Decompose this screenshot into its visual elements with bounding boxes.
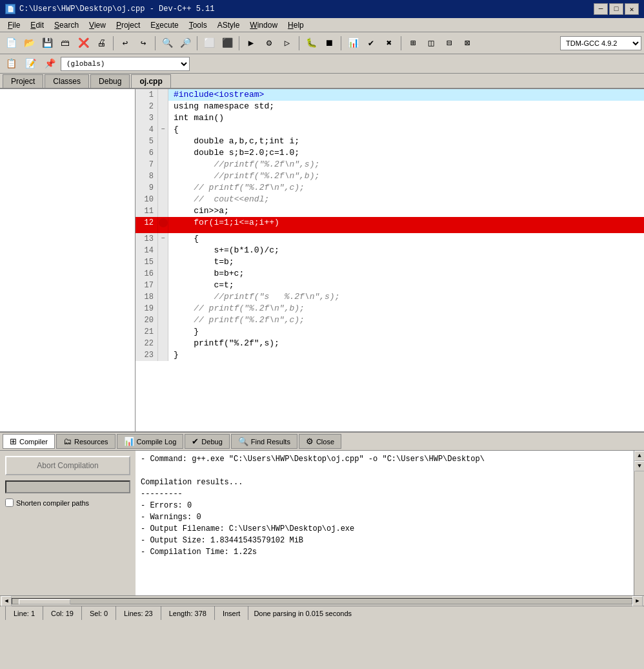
menu-execute[interactable]: Execute <box>145 19 183 31</box>
btab-compiler[interactable]: ⊞ Compiler <box>3 434 55 449</box>
fold-gutter[interactable] <box>158 338 168 349</box>
code-line-16[interactable]: 16 b=b+c; <box>136 268 644 280</box>
globals-selector[interactable]: (globals) <box>61 57 190 71</box>
check-button[interactable]: ✔ <box>363 35 379 52</box>
replace-button[interactable]: 🔎 <box>177 35 194 52</box>
fold-gutter[interactable] <box>158 159 168 170</box>
close-file-button[interactable]: ❌ <box>75 35 92 52</box>
save-all-button[interactable]: 🗃 <box>57 35 74 52</box>
horizontal-scrollbar[interactable]: ◀ ▶ <box>0 595 644 606</box>
code-line-15[interactable]: 15 t=b; <box>136 256 644 268</box>
fold-gutter[interactable] <box>158 326 168 338</box>
tab-project[interactable]: Project <box>3 74 43 88</box>
close-button[interactable]: ✕ <box>625 3 639 15</box>
code-line-1[interactable]: 1#include<iostream> <box>136 89 644 101</box>
abort-compilation-button[interactable]: Abort Compilation <box>5 456 130 475</box>
fold-gutter[interactable] <box>158 245 168 256</box>
fold-gutter[interactable]: − <box>158 233 168 245</box>
menu-help[interactable]: Help <box>283 19 309 31</box>
fold-gutter[interactable] <box>158 147 168 159</box>
code-line-23[interactable]: 23} <box>136 349 644 361</box>
split-button[interactable]: ◫ <box>423 35 439 52</box>
btab-debug[interactable]: ✔ Debug <box>185 434 229 449</box>
hscroll-track[interactable] <box>12 598 632 604</box>
fold-gutter[interactable] <box>158 205 168 217</box>
code-content[interactable]: 1#include<iostream>2using namespace std;… <box>136 89 644 431</box>
code-line-21[interactable]: 21 } <box>136 326 644 338</box>
unindent-button[interactable]: ⬛ <box>219 35 236 52</box>
redo-button[interactable]: ↪ <box>135 35 152 52</box>
tile-button[interactable]: ⊟ <box>441 35 458 52</box>
new-source-button[interactable]: 📝 <box>22 56 39 72</box>
code-line-2[interactable]: 2using namespace std; <box>136 101 644 112</box>
code-line-11[interactable]: 11 cin>>a; <box>136 205 644 217</box>
btab-close[interactable]: ⚙ Close <box>299 434 341 449</box>
code-line-12[interactable]: 12 for(i=1;i<=a;i++) <box>136 217 644 233</box>
code-line-6[interactable]: 6 double s;b=2.0;c=1.0; <box>136 147 644 159</box>
code-line-14[interactable]: 14 s+=(b*1.0)/c; <box>136 245 644 256</box>
tab-classes[interactable]: Classes <box>45 74 89 88</box>
menu-project[interactable]: Project <box>111 19 145 31</box>
window-controls[interactable]: ─ □ ✕ <box>594 3 639 15</box>
profiler-button[interactable]: 📊 <box>345 35 361 52</box>
fold-gutter[interactable] <box>158 303 168 314</box>
code-line-4[interactable]: 4−{ <box>136 124 644 136</box>
find-button[interactable]: 🔍 <box>159 35 176 52</box>
maximize-button[interactable]: □ <box>609 3 623 15</box>
grid-button[interactable]: ⊞ <box>405 35 421 52</box>
fold-gutter[interactable] <box>158 349 168 361</box>
hscroll-thumb[interactable] <box>19 599 70 604</box>
code-editor[interactable]: 1#include<iostream>2using namespace std;… <box>136 89 644 431</box>
menu-edit[interactable]: Edit <box>25 19 49 31</box>
menu-file[interactable]: File <box>3 19 25 31</box>
open-header-button[interactable]: 📌 <box>41 56 58 72</box>
menu-window[interactable]: Window <box>245 19 283 31</box>
fold-gutter[interactable] <box>158 256 168 268</box>
code-line-10[interactable]: 10 // cout<<endl; <box>136 194 644 205</box>
code-line-20[interactable]: 20 // printf("%.2f\n",c); <box>136 314 644 326</box>
code-line-13[interactable]: 13− { <box>136 233 644 245</box>
indent-button[interactable]: ⬜ <box>201 35 217 52</box>
code-line-9[interactable]: 9 // printf("%.2f\n",c); <box>136 182 644 194</box>
fold-gutter[interactable]: − <box>158 124 168 136</box>
fold-gutter[interactable] <box>158 268 168 280</box>
code-line-7[interactable]: 7 //printf("%.2f\n",s); <box>136 159 644 170</box>
fold-gutter[interactable] <box>158 101 168 112</box>
shorten-compiler-paths-checkbox[interactable]: Shorten compiler paths <box>5 499 130 507</box>
menu-astyle[interactable]: AStyle <box>212 19 245 31</box>
windows-button[interactable]: ⊠ <box>459 35 476 52</box>
fold-gutter[interactable] <box>158 182 168 194</box>
scroll-down-arrow[interactable]: ▼ <box>634 461 644 471</box>
code-line-8[interactable]: 8 //printf("%.2f\n",b); <box>136 170 644 182</box>
menu-view[interactable]: View <box>84 19 111 31</box>
fold-gutter[interactable] <box>158 112 168 124</box>
print-button[interactable]: 🖨 <box>93 35 110 52</box>
menu-tools[interactable]: Tools <box>184 19 212 31</box>
fold-gutter[interactable] <box>158 291 168 303</box>
stop-debug-button[interactable]: ⏹ <box>321 35 337 52</box>
minimize-button[interactable]: ─ <box>594 3 608 15</box>
fold-gutter[interactable] <box>158 194 168 205</box>
code-line-22[interactable]: 22 printf("%.2f",s); <box>136 338 644 349</box>
undo-button[interactable]: ↩ <box>117 35 134 52</box>
btab-compile-log[interactable]: 📊 Compile Log <box>117 434 184 449</box>
scroll-left-arrow[interactable]: ◀ <box>1 596 12 606</box>
code-line-19[interactable]: 19 // printf("%.2f\n",b); <box>136 303 644 314</box>
new-button[interactable]: 📄 <box>3 35 19 52</box>
fold-gutter[interactable] <box>158 314 168 326</box>
vertical-scrollbar[interactable]: ▲ ▼ <box>634 451 644 595</box>
btab-resources[interactable]: 🗂 Resources <box>56 434 116 449</box>
tab-file[interactable]: oj.cpp <box>131 74 170 88</box>
compiler-selector[interactable]: TDM-GCC 4.9.2 <box>560 36 641 50</box>
open-button[interactable]: 📂 <box>21 35 37 52</box>
btab-find-results[interactable]: 🔍 Find Results <box>231 434 297 449</box>
error-button[interactable]: ✖ <box>381 35 397 52</box>
code-line-18[interactable]: 18 //printf("s %.2f\n",s); <box>136 291 644 303</box>
fold-gutter[interactable] <box>158 89 168 101</box>
fold-gutter[interactable] <box>158 280 168 291</box>
fold-gutter[interactable] <box>158 136 168 147</box>
scroll-up-arrow[interactable]: ▲ <box>634 451 644 461</box>
toggle-panel-button[interactable]: 📋 <box>3 56 19 72</box>
save-button[interactable]: 💾 <box>39 35 55 52</box>
compile-run-button[interactable]: ▶ <box>243 35 259 52</box>
